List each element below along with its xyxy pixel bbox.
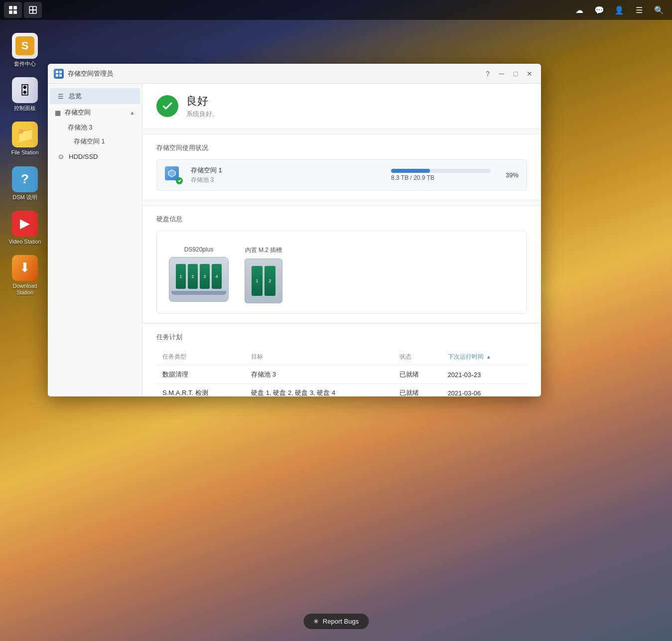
pkg-s-letter: S bbox=[15, 36, 34, 55]
svg-rect-11 bbox=[59, 74, 62, 77]
hdd-info-section: 硬盘信息 DS920plus 1 2 3 4 bbox=[142, 205, 541, 323]
dsm-help-icon-img: ? bbox=[12, 166, 38, 192]
col-target[interactable]: 目标 bbox=[245, 349, 393, 366]
nas-drives-row: 1 2 3 4 bbox=[176, 264, 222, 289]
report-bugs-label: Report Bugs bbox=[323, 618, 359, 625]
storage-pool-row[interactable]: 存储空间 1 存储池 3 8.3 TB / 20.9 TB 39% bbox=[156, 159, 527, 191]
svg-rect-6 bbox=[29, 10, 33, 13]
storage-usage-section: 存储空间使用状况 bbox=[142, 134, 541, 200]
pool-progress-fill bbox=[391, 169, 430, 173]
pool3-label: 存储池 3 bbox=[68, 124, 92, 131]
sidebar: ☰ 总览 ▦ 存储空间 ▲ 存储池 3 存储空间 1 ⊙ bbox=[48, 84, 142, 396]
overview-label: 总览 bbox=[69, 92, 82, 101]
sidebar-item-file-station[interactable]: 📁 File Station bbox=[3, 119, 47, 159]
pool-progress-wrap: 8.3 TB / 20.9 TB bbox=[391, 169, 491, 181]
m2-slot-device[interactable]: 内置 M.2 插槽 1 2 bbox=[245, 246, 282, 303]
storage-space-icon: ▦ bbox=[55, 109, 61, 117]
storage-expand-icon: ▲ bbox=[130, 110, 135, 116]
hdd-info-title: 硬盘信息 bbox=[156, 215, 527, 224]
window-help-button[interactable]: ? bbox=[482, 68, 493, 79]
pool-size-text: 8.3 TB / 20.9 TB bbox=[391, 174, 491, 181]
nas-drive-3: 3 bbox=[200, 264, 210, 289]
svg-rect-1 bbox=[13, 6, 17, 9]
download-station-label: Download Station bbox=[6, 283, 44, 296]
window-maximize-button[interactable]: □ bbox=[510, 68, 521, 79]
storage-section-left: ▦ 存储空间 bbox=[55, 108, 91, 117]
grid-icon[interactable] bbox=[4, 2, 22, 18]
task-schedule-title: 任务计划 bbox=[156, 333, 527, 342]
taskbar-top: ☁ 💬 👤 ☰ 🔍 bbox=[0, 0, 672, 20]
task-schedule-section: 任务计划 任务类型 目标 状态 下次运行时间 ▲ bbox=[142, 323, 541, 396]
table-row: 数据清理 存储池 3 已就绪 2021-03-23 bbox=[156, 366, 527, 384]
cloud-icon[interactable]: ☁ bbox=[570, 2, 588, 18]
col-status[interactable]: 状态 bbox=[394, 349, 442, 366]
svg-rect-4 bbox=[29, 6, 33, 10]
sidebar-item-space1[interactable]: 存储空间 1 bbox=[64, 135, 140, 148]
target-cell: 硬盘 1, 硬盘 2, 硬盘 3, 硬盘 4 bbox=[245, 384, 393, 397]
sidebar-item-video-station[interactable]: ▶ Video Station bbox=[3, 208, 47, 248]
status-cell: 已就绪 bbox=[394, 384, 442, 397]
col-next-run[interactable]: 下次运行时间 ▲ bbox=[442, 349, 527, 366]
task-table: 任务类型 目标 状态 下次运行时间 ▲ 数据清理 存储池 3 bbox=[156, 349, 527, 396]
window-minimize-button[interactable]: ─ bbox=[496, 68, 507, 79]
pool-icon-wrap bbox=[165, 166, 183, 184]
status-section: 良好 系统良好。 bbox=[142, 84, 541, 129]
report-bugs-icon: ✳ bbox=[313, 618, 319, 625]
next-run-cell: 2021-03-06 bbox=[442, 384, 527, 397]
sidebar-section-storage[interactable]: ▦ 存储空间 ▲ bbox=[48, 105, 142, 121]
hdd-ssd-icon: ⊙ bbox=[57, 152, 65, 160]
m2-slot-2: 2 bbox=[265, 266, 275, 296]
control-panel-icon-img: 🎛 bbox=[12, 77, 38, 103]
control-panel-label: 控制面板 bbox=[14, 105, 36, 112]
sidebar-item-overview[interactable]: ☰ 总览 bbox=[50, 88, 140, 104]
ds920plus-device[interactable]: DS920plus 1 2 3 4 bbox=[169, 246, 229, 303]
status-text-block: 良好 系统良好。 bbox=[186, 94, 219, 119]
taskbar-left-buttons bbox=[4, 2, 42, 18]
window-body: ☰ 总览 ▦ 存储空间 ▲ 存储池 3 存储空间 1 ⊙ bbox=[48, 84, 541, 396]
svg-rect-9 bbox=[59, 71, 62, 73]
pool-name: 存储空间 1 bbox=[191, 166, 383, 175]
hdd-ssd-label: HDD/SSD bbox=[69, 153, 98, 160]
pkg-center-label: 套件中心 bbox=[14, 61, 36, 67]
nas-base bbox=[171, 291, 226, 295]
window-title: 存储空间管理员 bbox=[68, 69, 478, 78]
nas-drive-2: 2 bbox=[188, 264, 198, 289]
sidebar-item-dsm-help[interactable]: ? DSM 说明 bbox=[3, 163, 47, 204]
status-check-icon bbox=[156, 95, 178, 117]
desktop-icons: S 套件中心 🎛 控制面板 📁 File Station ? DSM 说明 ▶ … bbox=[0, 25, 50, 304]
storage-usage-title: 存储空间使用状况 bbox=[156, 143, 527, 152]
window-controls: ? ─ □ ✕ bbox=[482, 68, 535, 79]
svg-rect-0 bbox=[9, 6, 12, 9]
window-close-button[interactable]: ✕ bbox=[524, 68, 535, 79]
storage-space-label: 存储空间 bbox=[65, 108, 91, 117]
hdd-devices: DS920plus 1 2 3 4 bbox=[169, 246, 515, 303]
report-bugs-button[interactable]: ✳ Report Bugs bbox=[303, 614, 369, 629]
svg-rect-3 bbox=[13, 10, 17, 14]
main-content: 良好 系统良好。 存储空间使用状况 bbox=[142, 84, 541, 396]
nas-box: 1 2 3 4 bbox=[169, 257, 229, 302]
target-cell: 存储池 3 bbox=[245, 366, 393, 384]
m2-box: 1 2 bbox=[245, 258, 282, 303]
svg-rect-5 bbox=[33, 6, 36, 10]
storage-manager-window: 存储空间管理员 ? ─ □ ✕ ☰ 总览 ▦ 存储空间 ▲ bbox=[48, 64, 541, 396]
search-icon[interactable]: 🔍 bbox=[650, 2, 668, 18]
user-icon[interactable]: 👤 bbox=[610, 2, 628, 18]
overview-icon: ☰ bbox=[57, 92, 65, 100]
status-title: 良好 bbox=[186, 94, 219, 109]
sidebar-item-control-panel[interactable]: 🎛 控制面板 bbox=[3, 74, 47, 115]
sidebar-item-pool3[interactable]: 存储池 3 bbox=[64, 121, 140, 134]
pool-percent: 39% bbox=[499, 171, 519, 179]
svg-rect-8 bbox=[56, 71, 58, 73]
file-station-label: File Station bbox=[11, 149, 38, 156]
status-subtitle: 系统良好。 bbox=[186, 110, 219, 119]
svg-rect-10 bbox=[56, 74, 58, 77]
sidebar-item-hdd-ssd[interactable]: ⊙ HDD/SSD bbox=[50, 149, 140, 164]
chat-icon[interactable]: 💬 bbox=[590, 2, 608, 18]
pool-info: 存储空间 1 存储池 3 bbox=[191, 166, 383, 184]
next-run-cell: 2021-03-23 bbox=[442, 366, 527, 384]
sidebar-item-download-station[interactable]: ⬇ Download Station bbox=[3, 252, 47, 299]
sidebar-item-pkg-center[interactable]: S 套件中心 bbox=[3, 30, 47, 70]
col-task-type[interactable]: 任务类型 bbox=[156, 349, 245, 366]
menu-icon[interactable]: ☰ bbox=[630, 2, 648, 18]
windows-switch-icon[interactable] bbox=[24, 2, 42, 18]
